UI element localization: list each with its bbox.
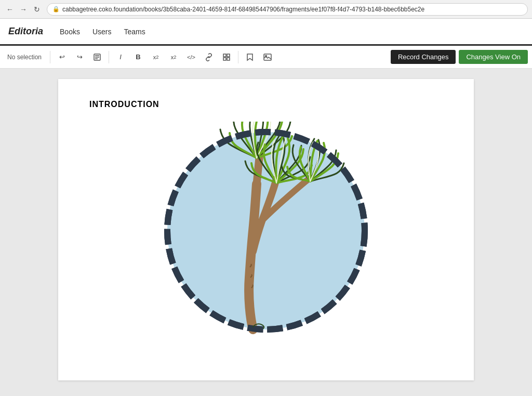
document-title: INTRODUCTION	[89, 100, 443, 109]
subscript-button[interactable]: x2	[149, 50, 163, 64]
image-button[interactable]	[260, 50, 275, 64]
content-area: INTRODUCTION	[0, 69, 532, 396]
record-changes-button[interactable]: Record Changes	[391, 50, 456, 64]
refresh-button[interactable]: ↻	[31, 4, 43, 15]
svg-rect-5	[227, 54, 230, 57]
nav-buttons: ← → ↻	[4, 4, 43, 15]
nav-teams[interactable]: Teams	[124, 28, 145, 36]
nav-users[interactable]: Users	[92, 28, 112, 36]
document-page[interactable]: INTRODUCTION	[58, 79, 474, 380]
toolbar: No selection ↩ ↪ I B x2 x2 </>	[0, 46, 532, 69]
app-header: Editoria Books Users Teams	[0, 19, 532, 46]
italic-button[interactable]: I	[113, 50, 128, 64]
cabbage-tree-illustration	[157, 122, 375, 340]
illustration-container	[89, 122, 443, 340]
undo-button[interactable]: ↩	[55, 50, 69, 64]
redo-button[interactable]: ↪	[72, 50, 87, 64]
back-button[interactable]: ←	[4, 4, 16, 15]
special-char-button[interactable]	[219, 50, 234, 64]
forward-button[interactable]: →	[18, 4, 29, 15]
svg-rect-4	[223, 54, 226, 57]
svg-rect-7	[227, 58, 230, 60]
bookmark-button[interactable]	[243, 50, 257, 64]
svg-rect-6	[223, 58, 226, 60]
nav-books[interactable]: Books	[60, 28, 80, 36]
url-text: cabbagetree.coko.foundation/books/3b58ca…	[62, 6, 424, 13]
browser-bar: ← → ↻ 🔒 cabbagetree.coko.foundation/book…	[0, 0, 532, 19]
lock-icon: 🔒	[52, 6, 60, 12]
selection-status: No selection	[4, 51, 46, 63]
bold-button[interactable]: B	[131, 50, 145, 64]
link-button[interactable]	[202, 50, 216, 64]
divider-2	[109, 51, 109, 63]
divider-3	[238, 51, 238, 63]
changes-view-button[interactable]: Changes View On	[459, 50, 528, 64]
address-bar[interactable]: 🔒 cabbagetree.coko.foundation/books/3b58…	[47, 3, 528, 16]
notes-button[interactable]	[90, 50, 104, 64]
divider-1	[50, 51, 50, 63]
code-button[interactable]: </>	[184, 50, 198, 64]
app-logo: Editoria	[8, 26, 43, 37]
superscript-button[interactable]: x2	[166, 50, 181, 64]
